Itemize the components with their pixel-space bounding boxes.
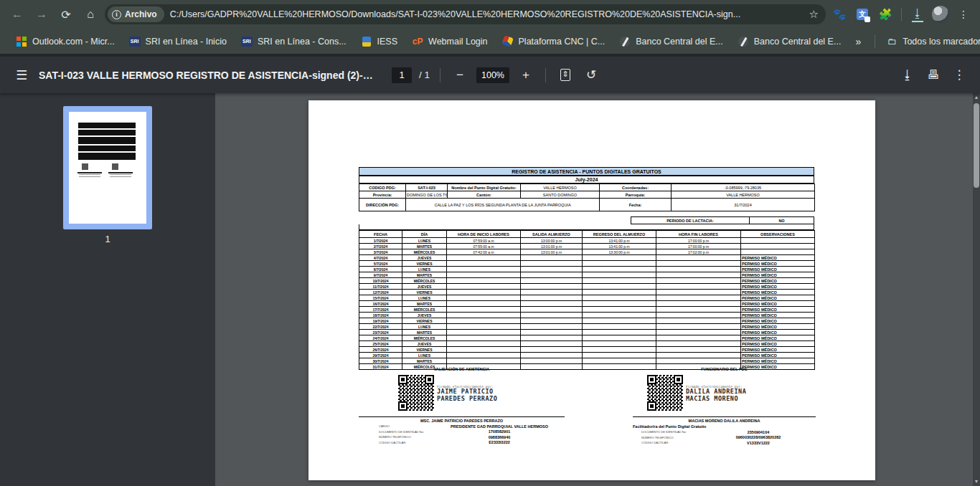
bookmark-bce-1[interactable]: Banco Central del E... — [613, 33, 729, 50]
signature-line — [633, 416, 816, 417]
forward-icon[interactable]: → — [32, 4, 52, 24]
table-row: 19/7/2024VIERNESPERMISO MÉDICO — [359, 318, 815, 324]
bookmarks-overflow-icon[interactable]: » — [849, 36, 867, 47]
page-count-label: / 1 — [419, 70, 430, 80]
signer-role: Facilitador/ra del Punto Digital Gratuit… — [633, 424, 816, 429]
browser-toolbar: ← → ⟳ ⌂ i Archivo C:/Users/GADPR%20VALLE… — [0, 0, 980, 29]
page-number-input[interactable]: 1 — [392, 67, 412, 83]
document-page: REGISTRO DE ASISTENCIA - PUNTOS DIGITALE… — [308, 100, 875, 480]
cnc-icon — [502, 36, 514, 47]
attendance-sheet: REGISTRO DE ASISTENCIA - PUNTOS DIGITALE… — [359, 167, 814, 370]
fit-page-icon[interactable] — [556, 66, 575, 85]
scroll-up-icon[interactable]: ▲ — [973, 93, 980, 102]
attendance-header-row: FECHA DÍA HORA DE INICIO LABORES SALIDA … — [359, 231, 815, 238]
pdf-title: SAT-I-023 VALLE HERMOSO REGISTRO DE ASIS… — [39, 70, 376, 81]
signature-section-title: FUNCIONARIO DEL PDG — [633, 367, 816, 371]
table-row: 30/7/2024MARTESPERMISO MÉDICO — [359, 358, 815, 364]
table-row: 15/7/2024LUNESPERMISO MÉDICO — [359, 295, 815, 301]
signer-dactilar: V1333V1222 — [701, 441, 816, 445]
signature-line — [359, 416, 565, 417]
microsoft-icon — [16, 36, 27, 47]
bookmark-sri-consultas[interactable]: SRI SRI en Línea - Cons... — [235, 33, 352, 50]
table-row: 23/7/2024MARTESPERMISO MÉDICO — [359, 330, 815, 335]
rotate-icon[interactable]: ↻ — [582, 66, 600, 85]
address-bar[interactable]: i Archivo C:/Users/GADPR%20VALLE%20HERMO… — [105, 4, 826, 24]
table-row: 17/7/2024MIÉRCOLESPERMISO MÉDICO — [359, 307, 815, 313]
bookmark-bce-2[interactable]: Banco Central del E... — [732, 33, 847, 50]
table-row: DIRECCIÓN PDG: CALLE LA PAZ Y LOS RÍOS S… — [359, 199, 815, 211]
reload-icon[interactable]: ⟳ — [56, 4, 76, 24]
bce-icon — [619, 36, 631, 47]
lactation-table: PERIODO DE LACTACIA: NO — [631, 216, 814, 224]
folder-icon: 🗀 — [886, 36, 897, 47]
table-row: 29/7/2024LUNESPERMISO MÉDICO — [359, 353, 815, 358]
profile-avatar[interactable] — [931, 5, 950, 24]
zoom-level-input[interactable]: 100% — [476, 67, 509, 83]
signer-phone: 0960030228/0963820282 — [701, 435, 816, 439]
thumbnail-sidebar: 1 — [0, 93, 215, 486]
vertical-scrollbar[interactable]: ▲ ▼ — [973, 93, 980, 486]
zoom-out-icon[interactable]: − — [451, 66, 469, 85]
bookmark-sri-inicio[interactable]: SRI SRI en Línea - Inicio — [123, 33, 232, 50]
table-row: 12/7/2024VIERNESPERMISO MÉDICO — [359, 290, 815, 295]
signer-id: 2350904104 — [701, 430, 816, 434]
extensions-puzzle-icon[interactable]: 🧩 — [876, 5, 895, 24]
qr-code-icon — [647, 375, 683, 411]
table-row: 18/7/2024JUEVESPERMISO MÉDICO — [359, 313, 815, 318]
signer-phone: 0988366940 — [434, 435, 565, 439]
table-row: 1/7/2024LUNES07:59:00 a.m13:00:00 p.m13:… — [359, 238, 815, 244]
bookmark-webmail[interactable]: cP Webmail Login — [406, 33, 493, 50]
info-icon: i — [112, 10, 121, 19]
signer-name: MACIAS MORENO DALILA ANDREINA — [633, 419, 816, 423]
table-row: 11/7/2024JUEVESPERMISO MÉDICO — [359, 284, 815, 290]
table-row: 24/7/2024MIÉRCOLESPERMISO MÉDICO — [359, 335, 815, 341]
browser-menu-icon[interactable]: ⋮ — [954, 5, 973, 24]
bookmark-star-icon[interactable]: ☆ — [809, 8, 819, 21]
sheet-title: REGISTRO DE ASISTENCIA - PUNTOS DIGITALE… — [359, 168, 814, 176]
bookmark-cnc[interactable]: Plataforma CNC | C... — [496, 33, 611, 50]
table-row: 22/7/2024LUNESPERMISO MÉDICO — [359, 324, 815, 330]
sri-icon: SRI — [241, 36, 253, 47]
zoom-in-icon[interactable]: + — [517, 66, 535, 85]
signer-role: PRESIDENTE GAD PARROQUIAL VALLE HERMOSO — [434, 424, 565, 429]
bookmarks-divider — [875, 35, 875, 48]
file-scheme-chip[interactable]: i Archivo — [108, 6, 164, 22]
url-text[interactable]: C:/Users/GADPR%20VALLE%20HERMOSO/Downloa… — [170, 9, 804, 19]
pdf-more-icon[interactable]: ⋮ — [950, 66, 969, 85]
all-bookmarks-button[interactable]: 🗀 Todos los marcadores — [880, 33, 980, 50]
iess-icon — [361, 36, 372, 47]
table-row: 25/7/2024JUEVESPERMISO MÉDICO — [359, 341, 815, 347]
downloads-icon[interactable]: ⭳ — [908, 5, 927, 24]
back-icon[interactable]: ← — [7, 4, 27, 24]
browser-window: ← → ⟳ ⌂ i Archivo C:/Users/GADPR%20VALLE… — [0, 0, 980, 486]
table-row: 16/7/2024MARTESPERMISO MÉDICO — [359, 301, 815, 307]
table-row: 9/7/2024MARTESPERMISO MÉDICO — [359, 272, 815, 278]
table-row: 8/7/2024LUNESPERMISO MÉDICO — [359, 267, 815, 272]
table-row: 4/7/2024JUEVESPERMISO MÉDICO — [359, 255, 815, 261]
page-thumbnail[interactable] — [63, 106, 152, 229]
translate-icon[interactable]: 文 — [853, 5, 872, 24]
scrollbar-thumb[interactable] — [974, 103, 979, 188]
scroll-down-icon[interactable]: ▼ — [973, 477, 980, 486]
paw-icon: 🐾 — [833, 8, 847, 21]
cpanel-icon: cP — [412, 36, 423, 47]
table-row: Provincia: DOMINGO DE LOS TSA Cantón: SA… — [359, 191, 815, 199]
signer-name: MSC. JAIME PATRICIO PAREDES PERRAZO — [359, 419, 565, 423]
file-chip-label: Archivo — [125, 9, 157, 19]
bookmarks-bar: Outlook.com - Micr... SRI SRI en Línea -… — [0, 29, 980, 54]
sri-icon: SRI — [129, 36, 141, 47]
table-row: CODIGO PDG: SAT-I-023 Nombre del Punto D… — [359, 184, 815, 191]
table-row: 3/7/2024MIÉRCOLES07:42:00 a.m13:01:00 p.… — [359, 249, 815, 255]
bookmark-iess[interactable]: IESS — [355, 33, 404, 50]
pdf-menu-icon[interactable]: ☰ — [11, 67, 32, 83]
home-icon[interactable]: ⌂ — [80, 4, 100, 24]
table-row: PERIODO DE LACTACIA: NO — [631, 217, 814, 224]
extension-icon[interactable]: 🐾 — [830, 5, 849, 24]
bookmark-outlook[interactable]: Outlook.com - Micr... — [10, 33, 121, 50]
thumbnail-table-preview — [78, 123, 136, 160]
toolbar-divider — [901, 8, 902, 21]
pdf-download-icon[interactable]: ⭳ — [898, 66, 917, 85]
print-icon[interactable]: 🖶 — [924, 66, 943, 85]
header-info-table: CODIGO PDG: SAT-I-023 Nombre del Punto D… — [359, 184, 815, 211]
bce-icon — [738, 36, 749, 47]
